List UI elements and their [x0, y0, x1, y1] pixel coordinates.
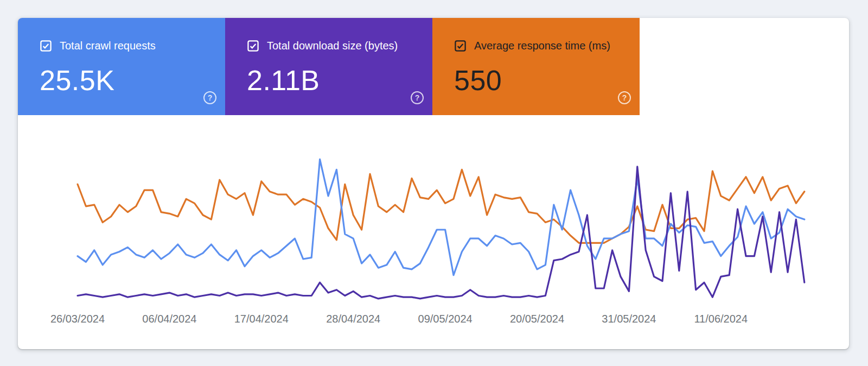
stat-label: Total download size (bytes): [267, 40, 398, 52]
stat-value: 2.11B: [247, 64, 413, 97]
line-chart-canvas: 26/03/202406/04/202417/04/202428/04/2024…: [18, 115, 849, 349]
checkbox-checked-icon[interactable]: [454, 40, 467, 52]
stat-value: 550: [454, 64, 620, 97]
help-icon[interactable]: ?: [411, 91, 424, 104]
x-axis-tick-label: 11/06/2024: [694, 313, 748, 325]
stat-card-total-download-size[interactable]: Total download size (bytes) 2.11B ?: [225, 18, 432, 115]
stat-card-header: Total download size (bytes): [247, 40, 413, 52]
stat-card-total-crawl-requests[interactable]: Total crawl requests 25.5K ?: [18, 18, 225, 115]
stat-card-header: Average response time (ms): [454, 40, 620, 52]
help-icon[interactable]: ?: [203, 91, 216, 104]
x-axis-tick-label: 06/04/2024: [142, 313, 196, 325]
checkbox-checked-icon[interactable]: [247, 40, 259, 52]
x-axis-tick-label: 20/05/2024: [510, 313, 564, 325]
stat-label: Average response time (ms): [474, 40, 610, 52]
x-axis-tick-label: 09/05/2024: [418, 313, 473, 325]
checkbox-checked-icon[interactable]: [40, 40, 52, 52]
stat-value: 25.5K: [40, 64, 206, 97]
stat-card-average-response-time[interactable]: Average response time (ms) 550 ?: [432, 18, 640, 115]
x-axis-tick-label: 26/03/2024: [50, 313, 105, 325]
help-icon[interactable]: ?: [618, 91, 631, 104]
x-axis-tick-label: 17/04/2024: [234, 313, 289, 325]
stat-card-header: Total crawl requests: [40, 40, 206, 52]
series-line-total-download-size: [78, 167, 805, 299]
x-axis-tick-label: 28/04/2024: [326, 313, 380, 325]
crawl-stats-card: Total crawl requests 25.5K ? Total downl…: [18, 18, 849, 349]
x-axis-tick-label: 31/05/2024: [602, 313, 656, 325]
stat-cards-row: Total crawl requests 25.5K ? Total downl…: [18, 18, 849, 115]
series-line-average-response-time: [78, 169, 805, 243]
crawl-trend-chart[interactable]: 26/03/202406/04/202417/04/202428/04/2024…: [18, 115, 849, 349]
stat-label: Total crawl requests: [60, 40, 156, 52]
